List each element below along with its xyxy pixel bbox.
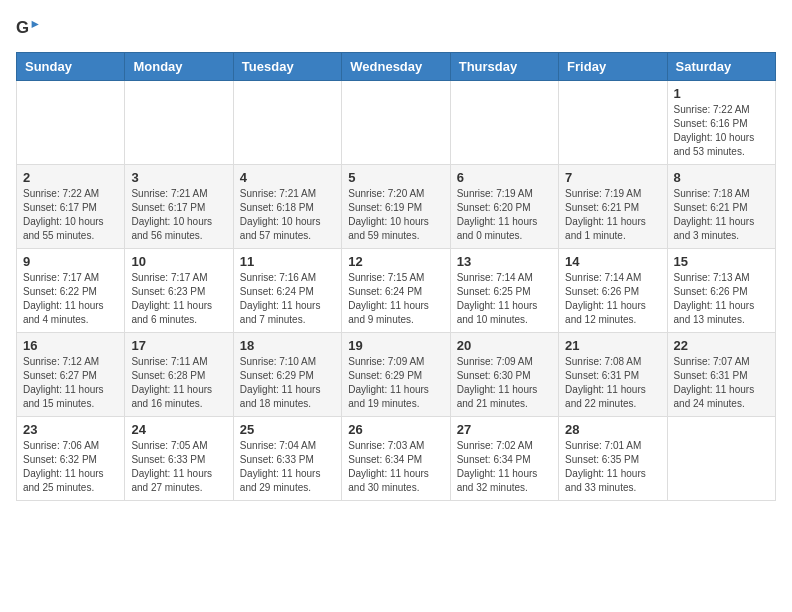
day-number: 22 — [674, 338, 769, 353]
day-info: Sunrise: 7:14 AM Sunset: 6:26 PM Dayligh… — [565, 271, 660, 327]
day-number: 6 — [457, 170, 552, 185]
day-number: 24 — [131, 422, 226, 437]
calendar-cell: 28Sunrise: 7:01 AM Sunset: 6:35 PM Dayli… — [559, 417, 667, 501]
weekday-header-thursday: Thursday — [450, 53, 558, 81]
day-info: Sunrise: 7:11 AM Sunset: 6:28 PM Dayligh… — [131, 355, 226, 411]
day-info: Sunrise: 7:13 AM Sunset: 6:26 PM Dayligh… — [674, 271, 769, 327]
weekday-header-friday: Friday — [559, 53, 667, 81]
calendar-header-row: SundayMondayTuesdayWednesdayThursdayFrid… — [17, 53, 776, 81]
day-number: 13 — [457, 254, 552, 269]
page-header: G — [16, 16, 776, 40]
day-number: 11 — [240, 254, 335, 269]
calendar-cell: 6Sunrise: 7:19 AM Sunset: 6:20 PM Daylig… — [450, 165, 558, 249]
day-info: Sunrise: 7:04 AM Sunset: 6:33 PM Dayligh… — [240, 439, 335, 495]
calendar-cell: 22Sunrise: 7:07 AM Sunset: 6:31 PM Dayli… — [667, 333, 775, 417]
calendar-cell — [559, 81, 667, 165]
calendar-cell — [17, 81, 125, 165]
logo: G — [16, 16, 44, 40]
day-number: 2 — [23, 170, 118, 185]
day-number: 17 — [131, 338, 226, 353]
calendar-cell: 5Sunrise: 7:20 AM Sunset: 6:19 PM Daylig… — [342, 165, 450, 249]
calendar-week-2: 2Sunrise: 7:22 AM Sunset: 6:17 PM Daylig… — [17, 165, 776, 249]
calendar-cell: 13Sunrise: 7:14 AM Sunset: 6:25 PM Dayli… — [450, 249, 558, 333]
calendar-week-4: 16Sunrise: 7:12 AM Sunset: 6:27 PM Dayli… — [17, 333, 776, 417]
weekday-header-wednesday: Wednesday — [342, 53, 450, 81]
calendar-cell: 12Sunrise: 7:15 AM Sunset: 6:24 PM Dayli… — [342, 249, 450, 333]
calendar-cell: 27Sunrise: 7:02 AM Sunset: 6:34 PM Dayli… — [450, 417, 558, 501]
calendar-cell — [233, 81, 341, 165]
day-info: Sunrise: 7:19 AM Sunset: 6:20 PM Dayligh… — [457, 187, 552, 243]
calendar-cell: 4Sunrise: 7:21 AM Sunset: 6:18 PM Daylig… — [233, 165, 341, 249]
day-number: 4 — [240, 170, 335, 185]
day-info: Sunrise: 7:18 AM Sunset: 6:21 PM Dayligh… — [674, 187, 769, 243]
day-number: 21 — [565, 338, 660, 353]
day-number: 9 — [23, 254, 118, 269]
calendar-cell: 21Sunrise: 7:08 AM Sunset: 6:31 PM Dayli… — [559, 333, 667, 417]
calendar-cell: 16Sunrise: 7:12 AM Sunset: 6:27 PM Dayli… — [17, 333, 125, 417]
weekday-header-monday: Monday — [125, 53, 233, 81]
calendar-cell: 11Sunrise: 7:16 AM Sunset: 6:24 PM Dayli… — [233, 249, 341, 333]
day-number: 14 — [565, 254, 660, 269]
svg-text:G: G — [16, 18, 29, 37]
day-info: Sunrise: 7:08 AM Sunset: 6:31 PM Dayligh… — [565, 355, 660, 411]
calendar-cell: 10Sunrise: 7:17 AM Sunset: 6:23 PM Dayli… — [125, 249, 233, 333]
calendar-cell — [342, 81, 450, 165]
day-info: Sunrise: 7:19 AM Sunset: 6:21 PM Dayligh… — [565, 187, 660, 243]
calendar-cell: 18Sunrise: 7:10 AM Sunset: 6:29 PM Dayli… — [233, 333, 341, 417]
day-info: Sunrise: 7:10 AM Sunset: 6:29 PM Dayligh… — [240, 355, 335, 411]
calendar-cell: 15Sunrise: 7:13 AM Sunset: 6:26 PM Dayli… — [667, 249, 775, 333]
calendar-cell — [125, 81, 233, 165]
day-number: 26 — [348, 422, 443, 437]
calendar-week-3: 9Sunrise: 7:17 AM Sunset: 6:22 PM Daylig… — [17, 249, 776, 333]
day-info: Sunrise: 7:09 AM Sunset: 6:30 PM Dayligh… — [457, 355, 552, 411]
day-info: Sunrise: 7:22 AM Sunset: 6:16 PM Dayligh… — [674, 103, 769, 159]
day-info: Sunrise: 7:03 AM Sunset: 6:34 PM Dayligh… — [348, 439, 443, 495]
calendar-week-1: 1Sunrise: 7:22 AM Sunset: 6:16 PM Daylig… — [17, 81, 776, 165]
day-number: 12 — [348, 254, 443, 269]
calendar-cell: 25Sunrise: 7:04 AM Sunset: 6:33 PM Dayli… — [233, 417, 341, 501]
day-number: 20 — [457, 338, 552, 353]
day-number: 8 — [674, 170, 769, 185]
day-info: Sunrise: 7:06 AM Sunset: 6:32 PM Dayligh… — [23, 439, 118, 495]
calendar-cell: 8Sunrise: 7:18 AM Sunset: 6:21 PM Daylig… — [667, 165, 775, 249]
day-number: 23 — [23, 422, 118, 437]
day-info: Sunrise: 7:14 AM Sunset: 6:25 PM Dayligh… — [457, 271, 552, 327]
calendar-cell: 9Sunrise: 7:17 AM Sunset: 6:22 PM Daylig… — [17, 249, 125, 333]
day-number: 5 — [348, 170, 443, 185]
calendar-cell: 1Sunrise: 7:22 AM Sunset: 6:16 PM Daylig… — [667, 81, 775, 165]
calendar-cell: 20Sunrise: 7:09 AM Sunset: 6:30 PM Dayli… — [450, 333, 558, 417]
calendar-cell — [450, 81, 558, 165]
day-info: Sunrise: 7:02 AM Sunset: 6:34 PM Dayligh… — [457, 439, 552, 495]
day-info: Sunrise: 7:12 AM Sunset: 6:27 PM Dayligh… — [23, 355, 118, 411]
svg-marker-1 — [32, 21, 39, 28]
day-number: 10 — [131, 254, 226, 269]
calendar-cell — [667, 417, 775, 501]
calendar-cell: 2Sunrise: 7:22 AM Sunset: 6:17 PM Daylig… — [17, 165, 125, 249]
day-info: Sunrise: 7:05 AM Sunset: 6:33 PM Dayligh… — [131, 439, 226, 495]
day-number: 18 — [240, 338, 335, 353]
calendar-table: SundayMondayTuesdayWednesdayThursdayFrid… — [16, 52, 776, 501]
day-info: Sunrise: 7:17 AM Sunset: 6:23 PM Dayligh… — [131, 271, 226, 327]
day-number: 1 — [674, 86, 769, 101]
calendar-cell: 23Sunrise: 7:06 AM Sunset: 6:32 PM Dayli… — [17, 417, 125, 501]
logo-icon: G — [16, 16, 40, 40]
day-info: Sunrise: 7:09 AM Sunset: 6:29 PM Dayligh… — [348, 355, 443, 411]
calendar-cell: 19Sunrise: 7:09 AM Sunset: 6:29 PM Dayli… — [342, 333, 450, 417]
day-info: Sunrise: 7:17 AM Sunset: 6:22 PM Dayligh… — [23, 271, 118, 327]
day-number: 27 — [457, 422, 552, 437]
day-number: 19 — [348, 338, 443, 353]
weekday-header-tuesday: Tuesday — [233, 53, 341, 81]
calendar-week-5: 23Sunrise: 7:06 AM Sunset: 6:32 PM Dayli… — [17, 417, 776, 501]
calendar-cell: 17Sunrise: 7:11 AM Sunset: 6:28 PM Dayli… — [125, 333, 233, 417]
day-number: 15 — [674, 254, 769, 269]
calendar-cell: 7Sunrise: 7:19 AM Sunset: 6:21 PM Daylig… — [559, 165, 667, 249]
day-info: Sunrise: 7:16 AM Sunset: 6:24 PM Dayligh… — [240, 271, 335, 327]
day-info: Sunrise: 7:07 AM Sunset: 6:31 PM Dayligh… — [674, 355, 769, 411]
calendar-cell: 26Sunrise: 7:03 AM Sunset: 6:34 PM Dayli… — [342, 417, 450, 501]
day-info: Sunrise: 7:15 AM Sunset: 6:24 PM Dayligh… — [348, 271, 443, 327]
day-number: 16 — [23, 338, 118, 353]
day-info: Sunrise: 7:21 AM Sunset: 6:17 PM Dayligh… — [131, 187, 226, 243]
calendar-cell: 24Sunrise: 7:05 AM Sunset: 6:33 PM Dayli… — [125, 417, 233, 501]
calendar-cell: 3Sunrise: 7:21 AM Sunset: 6:17 PM Daylig… — [125, 165, 233, 249]
day-number: 25 — [240, 422, 335, 437]
